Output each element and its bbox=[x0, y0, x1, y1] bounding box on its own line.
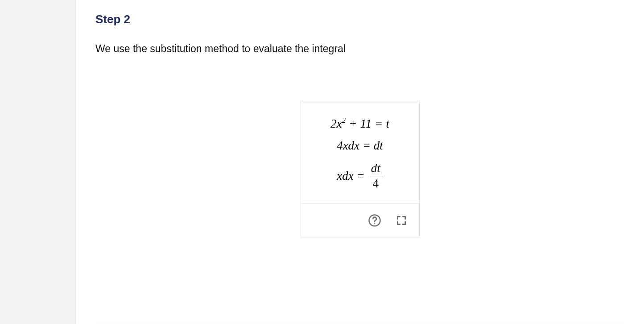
math-line-2: 4xdx = dt bbox=[301, 140, 419, 152]
math-line-1: 2x2 + 11 = t bbox=[301, 117, 419, 130]
fraction-bar bbox=[368, 176, 383, 176]
math-body: 2x2 + 11 = t 4xdx = dt xdx = dt 4 bbox=[301, 101, 419, 203]
math-figure: 2x2 + 11 = t 4xdx = dt xdx = dt 4 bbox=[301, 101, 420, 237]
math-line-3: xdx = dt 4 bbox=[337, 162, 383, 191]
intro-text: We use the substitution method to evalua… bbox=[95, 42, 624, 56]
fullscreen-button[interactable] bbox=[394, 213, 409, 228]
math-line-3-lhs: xdx = bbox=[337, 170, 364, 182]
step-heading: Step 2 bbox=[95, 12, 624, 26]
svg-point-1 bbox=[374, 223, 375, 224]
help-button[interactable] bbox=[367, 213, 382, 228]
help-circle-icon bbox=[368, 214, 381, 227]
fullscreen-icon bbox=[396, 215, 407, 226]
page-root: Step 2 We use the substitution method to… bbox=[0, 0, 644, 324]
divider bbox=[95, 322, 624, 322]
fraction-denominator: 4 bbox=[370, 177, 381, 191]
fraction-numerator: dt bbox=[368, 162, 383, 175]
left-gutter bbox=[0, 0, 76, 324]
fraction: dt 4 bbox=[368, 162, 383, 191]
math-toolbar bbox=[301, 203, 419, 237]
content-area: Step 2 We use the substitution method to… bbox=[76, 0, 644, 324]
